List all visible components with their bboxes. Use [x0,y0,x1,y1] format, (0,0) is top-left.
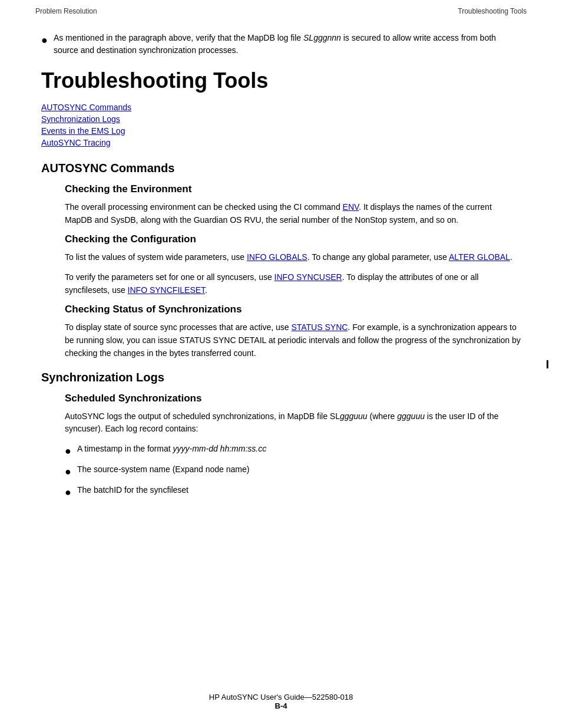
info-syncfileset-link[interactable]: INFO SYNCFILESET [128,285,205,295]
checking-config-text2: To verify the parameters set for one or … [65,271,521,297]
main-title: Troubleshooting Tools [41,68,521,93]
page: Problem Resolution Troubleshooting Tools… [0,0,562,728]
info-globals-link[interactable]: INFO GLOBALS [247,252,308,262]
footer-guide: HP AutoSYNC User's Guide—522580-018 [0,693,562,701]
content-area: ● As mentioned in the paragraph above, v… [0,20,562,546]
checking-environment-block: Checking the Environment The overall pro… [53,183,521,226]
sched-text-mid: (where [368,411,398,421]
sync-logs-section-title: Synchronization Logs [41,371,521,384]
intro-text-before: As mentioned in the paragraph above, ver… [54,33,303,42]
toc-link-sync-logs[interactable]: Synchronization Logs [41,114,521,124]
header-right: Troubleshooting Tools [458,7,527,15]
checking-environment-title: Checking the Environment [65,183,521,195]
status-text-before: To display state of source sync processe… [65,322,291,332]
intro-text: As mentioned in the paragraph above, ver… [54,32,521,57]
bullet-text-batchid: The batchID for the syncfileset [77,484,189,496]
intro-bullet-dot: ● [41,33,48,48]
intro-bullet: ● As mentioned in the paragraph above, v… [41,32,521,57]
scheduled-sync-text: AutoSYNC logs the output of scheduled sy… [65,410,521,436]
header-bar: Problem Resolution Troubleshooting Tools [0,0,562,20]
bullet-text-source: The source-system name (Expand node name… [77,463,250,476]
checking-status-title: Checking Status of Synchronizations [65,304,521,315]
config-text1-end: . [510,252,513,262]
header-left: Problem Resolution [35,7,97,15]
scheduled-sync-block: Scheduled Synchronizations AutoSYNC logs… [53,393,521,500]
checking-config-text1: To list the values of system wide parame… [65,251,521,264]
config-text2-before: To verify the parameters set for one or … [65,272,275,282]
sched-text-before: AutoSYNC logs the output of scheduled sy… [65,411,340,421]
sync-bullet-list: ● A timestamp in the format yyyy-mm-dd h… [65,443,521,500]
env-text-before: The overall processing environment can b… [65,202,343,212]
toc-link-autosync[interactable]: AUTOSYNC Commands [41,103,521,112]
bullet-dot-1: ● [65,444,71,459]
sidebar-marker: I [546,357,549,371]
bullet-item-batchid: ● The batchID for the syncfileset [65,484,521,500]
config-text1-mid: . To change any global parameter, use [308,252,449,262]
checking-config-block: Checking the Configuration To list the v… [53,233,521,297]
footer: HP AutoSYNC User's Guide—522580-018 B-4 [0,693,562,710]
bullet-ts-italic: yyyy-mm-dd hh:mm:ss.cc [173,444,267,453]
checking-status-block: Checking Status of Synchronizations To d… [53,304,521,360]
toc-links: AUTOSYNC Commands Synchronization Logs E… [41,103,521,147]
toc-link-tracing[interactable]: AutoSYNC Tracing [41,138,521,147]
autosync-commands-section: AUTOSYNC Commands Checking the Environme… [41,162,521,360]
autosync-section-title: AUTOSYNC Commands [41,162,521,175]
sync-logs-section: Synchronization Logs Scheduled Synchroni… [41,371,521,500]
alter-global-link[interactable]: ALTER GLOBAL [449,252,510,262]
status-sync-link[interactable]: STATUS SYNC [291,322,348,332]
footer-page: B-4 [0,701,562,710]
bullet-ts-before: A timestamp in the format [77,444,173,453]
env-link[interactable]: ENV [343,202,359,212]
sched-italic1: ggguuu [340,411,368,421]
info-syncuser-link[interactable]: INFO SYNCUSER [275,272,342,282]
checking-status-text: To display state of source sync processe… [65,321,521,360]
bullet-dot-2: ● [65,465,71,479]
scheduled-sync-title: Scheduled Synchronizations [65,393,521,404]
bullet-item-timestamp: ● A timestamp in the format yyyy-mm-dd h… [65,443,521,459]
bullet-item-source: ● The source-system name (Expand node na… [65,463,521,479]
intro-italic: SLgggnnn [303,33,341,42]
bullet-dot-3: ● [65,485,71,500]
bullet-text-timestamp: A timestamp in the format yyyy-mm-dd hh:… [77,443,266,455]
checking-environment-text: The overall processing environment can b… [65,201,521,226]
toc-link-ems-log[interactable]: Events in the EMS Log [41,126,521,136]
checking-config-title: Checking the Configuration [65,233,521,245]
config-text1-before: To list the values of system wide parame… [65,252,247,262]
config-text2-end: . [205,285,207,295]
sched-italic2: ggguuu [397,411,425,421]
